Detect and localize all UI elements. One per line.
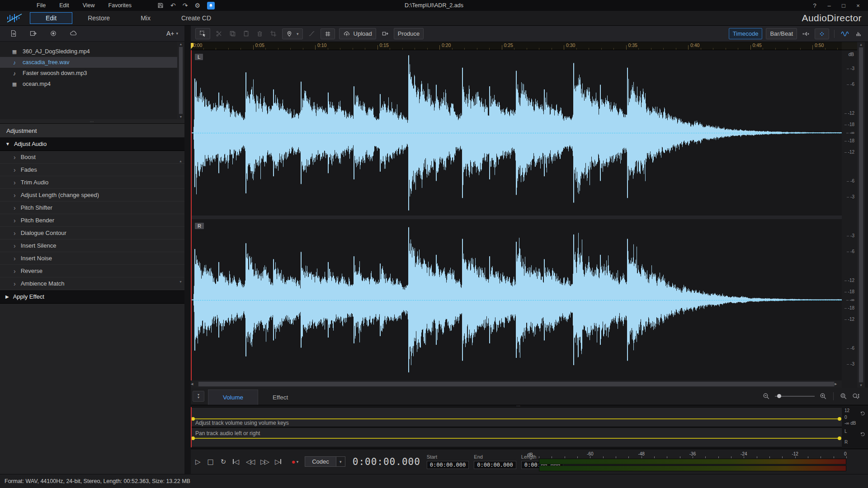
waveform-view-button[interactable]: [840, 31, 850, 37]
zoom-fit-icon[interactable]: [840, 393, 847, 400]
volume-envelope-line[interactable]: [191, 300, 842, 300]
reset-volume-icon[interactable]: [860, 411, 865, 416]
adjustment-item[interactable]: › Dialogue Contour: [0, 227, 184, 239]
spectral-view-button[interactable]: [854, 31, 863, 37]
go-to-end-button[interactable]: ▷: [275, 458, 281, 466]
pan-key-row[interactable]: Pan track audio left or right: [191, 427, 842, 447]
adjustment-item[interactable]: › Boost: [0, 151, 184, 164]
help-button[interactable]: ?: [809, 2, 820, 9]
menubar-item[interactable]: Favorites: [102, 2, 138, 9]
playhead-marker-icon[interactable]: [191, 43, 193, 49]
record-button[interactable]: ●: [292, 458, 296, 465]
export-library-button[interactable]: [30, 30, 37, 37]
loop-button[interactable]: ↻: [221, 458, 226, 466]
adjustment-item[interactable]: › Fades: [0, 164, 184, 176]
maximize-button[interactable]: □: [838, 2, 849, 9]
library-scrollbar[interactable]: ▲ ▼: [177, 42, 184, 119]
vscroll-track[interactable]: [859, 47, 863, 383]
volume-keyframe-line[interactable]: [192, 418, 840, 419]
scroll-down-icon[interactable]: ▼: [179, 280, 182, 283]
library-scroll-track[interactable]: [179, 47, 183, 114]
adjustment-item[interactable]: › Trim Audio: [0, 176, 184, 189]
paste-icon[interactable]: [241, 30, 251, 37]
barbeat-button[interactable]: Bar/Beat: [766, 28, 797, 39]
notifications-bell-icon[interactable]: [207, 2, 215, 9]
scroll-down-icon[interactable]: ▼: [179, 115, 183, 118]
menubar-item[interactable]: View: [76, 2, 102, 9]
adjustment-item[interactable]: › Reverse: [0, 265, 184, 277]
playhead-line[interactable]: [191, 50, 192, 380]
redo-button[interactable]: ↷: [183, 2, 188, 9]
zoom-in-icon[interactable]: [820, 393, 827, 400]
vertical-panel-divider[interactable]: [184, 26, 191, 474]
zoom-out-icon[interactable]: [763, 393, 770, 400]
volume-envelope-line[interactable]: [191, 133, 842, 133]
zoom-slider-knob[interactable]: [777, 394, 781, 398]
library-item[interactable]: cascadia_free.wav: [0, 57, 177, 68]
adjustment-item[interactable]: › Pitch Shifter: [0, 202, 184, 214]
produce-button[interactable]: Produce: [394, 28, 424, 39]
save-button[interactable]: [157, 2, 164, 9]
fade-icon[interactable]: [307, 30, 316, 37]
adjustment-item[interactable]: › Ambience Match: [0, 277, 184, 290]
library-item[interactable]: ocean.mp4: [0, 79, 177, 89]
adjustment-item[interactable]: › Adjust Length (change speed): [0, 189, 184, 202]
adjust-audio-group[interactable]: ▼ Adjust Audio: [0, 137, 184, 151]
copy-icon[interactable]: [228, 30, 237, 37]
audio-stretch-icon[interactable]: [801, 31, 811, 37]
undo-button[interactable]: ↶: [170, 2, 176, 9]
apply-effect-group[interactable]: ▶ Apply Effect: [0, 290, 184, 304]
stop-button[interactable]: □: [208, 458, 214, 466]
settings-gear-icon[interactable]: ⚙: [194, 2, 200, 9]
adjustment-item[interactable]: › Insert Noise: [0, 252, 184, 265]
record-options-dropdown[interactable]: ▾: [297, 460, 299, 464]
marker-button[interactable]: ▾: [282, 28, 303, 39]
horizontal-scrollbar[interactable]: ◀ ▶: [191, 380, 842, 388]
play-button[interactable]: ▷: [195, 458, 201, 466]
fast-forward-button[interactable]: ▷▷: [260, 458, 268, 466]
keyframe-tab[interactable]: Volume: [208, 389, 258, 405]
scroll-up-icon[interactable]: ▲: [179, 160, 182, 163]
timeline-ruler[interactable]: 0:000:050:100:150:200:250:300:350:400:45…: [191, 42, 842, 50]
menubar-item[interactable]: Edit: [52, 2, 76, 9]
vertical-scrollbar[interactable]: ▲ ▼: [857, 42, 865, 388]
time-field-value[interactable]: 0:00:00.000: [427, 461, 469, 469]
pan-keyframe-line[interactable]: [192, 438, 840, 439]
module-tab[interactable]: Mix: [125, 13, 166, 23]
module-tab[interactable]: Restore: [72, 13, 125, 23]
adjustment-item[interactable]: › Pitch Bender: [0, 214, 184, 227]
library-item[interactable]: 360_AJ_DogSledding.mp4: [0, 46, 177, 57]
scroll-left-icon[interactable]: ◀: [191, 382, 198, 386]
module-tab[interactable]: Edit: [30, 12, 72, 24]
keyframe-grid-button[interactable]: [815, 28, 829, 39]
library-scroll-thumb[interactable]: [179, 47, 183, 114]
codec-label[interactable]: Codec: [305, 456, 336, 467]
scroll-right-icon[interactable]: ▶: [835, 382, 842, 386]
keyframe-tab[interactable]: Effect: [258, 389, 302, 405]
close-button[interactable]: ×: [853, 2, 863, 9]
delete-icon[interactable]: [255, 30, 264, 37]
trim-icon[interactable]: [269, 30, 278, 37]
import-media-button[interactable]: [10, 30, 17, 37]
scroll-up-icon[interactable]: ▲: [179, 42, 183, 46]
scroll-down-icon[interactable]: ▼: [859, 384, 863, 387]
library-item[interactable]: Faster swoosh down.mp3: [0, 68, 177, 79]
menubar-item[interactable]: File: [30, 2, 52, 9]
zoom-slider[interactable]: [775, 396, 815, 397]
scroll-up-icon[interactable]: ▲: [859, 43, 863, 46]
reset-pan-icon[interactable]: [860, 432, 865, 437]
select-tool-button[interactable]: [195, 28, 210, 39]
go-to-start-button[interactable]: ◁: [233, 458, 239, 466]
hscroll-thumb[interactable]: [198, 382, 834, 386]
panel-splitter-handle[interactable]: ⋯: [0, 119, 184, 123]
cut-icon[interactable]: [214, 30, 224, 37]
time-field-value[interactable]: 0:00:00.000: [474, 461, 516, 469]
adjustment-item[interactable]: › Insert Silence: [0, 239, 184, 252]
chevron-down-icon[interactable]: ▾: [336, 456, 345, 467]
record-audio-button[interactable]: [50, 30, 57, 37]
collapse-panel-button[interactable]: ▾▾: [193, 391, 204, 402]
minimize-button[interactable]: –: [824, 2, 835, 9]
snap-grid-button[interactable]: [321, 28, 335, 39]
volume-key-row[interactable]: Adjust track volume using volume keys: [191, 407, 842, 427]
hscroll-track[interactable]: [198, 381, 835, 387]
